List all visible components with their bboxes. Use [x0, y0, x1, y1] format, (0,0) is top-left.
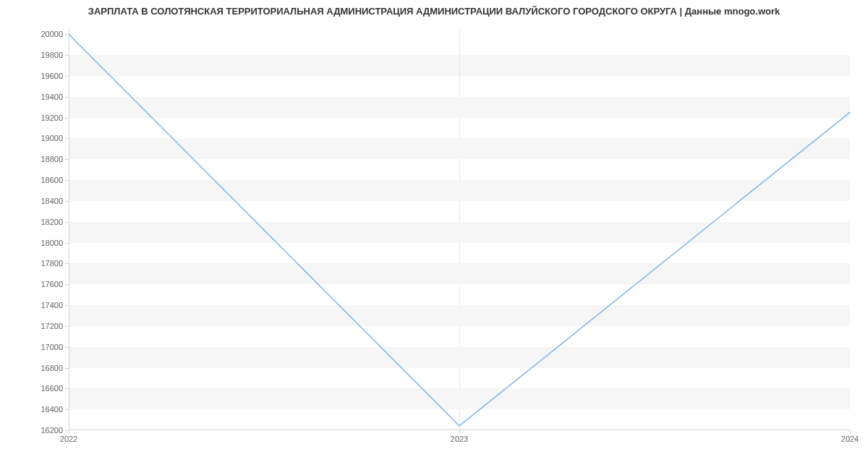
y-tick [65, 159, 69, 160]
y-tick [65, 180, 69, 181]
x-tick [69, 430, 69, 434]
y-tick [65, 326, 69, 327]
line-layer [69, 29, 850, 430]
y-tick [65, 34, 69, 35]
x-tick [850, 430, 851, 434]
y-tick [65, 409, 69, 410]
y-tick [65, 305, 69, 306]
y-tick [65, 118, 69, 119]
y-tick [65, 138, 69, 139]
y-tick [65, 284, 69, 285]
y-tick [65, 222, 69, 223]
chart-title: ЗАРПЛАТА В СОЛОТЯНСКАЯ ТЕРРИТОРИАЛЬНАЯ А… [0, 6, 868, 17]
y-tick [65, 201, 69, 202]
y-tick [65, 76, 69, 77]
y-tick [65, 97, 69, 98]
y-tick [65, 55, 69, 56]
x-tick [459, 430, 460, 434]
chart-container: ЗАРПЛАТА В СОЛОТЯНСКАЯ ТЕРРИТОРИАЛЬНАЯ А… [0, 0, 868, 470]
plot-area: 1620016400166001680017000172001740017600… [69, 29, 850, 430]
y-tick [65, 388, 69, 389]
y-tick [65, 263, 69, 264]
y-tick [65, 368, 69, 369]
y-tick [65, 243, 69, 244]
y-tick [65, 347, 69, 348]
series-line [69, 34, 850, 426]
